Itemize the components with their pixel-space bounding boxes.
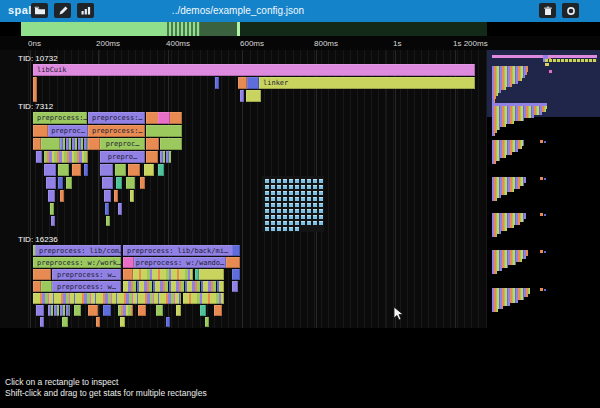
flame-bar[interactable] [48, 305, 70, 316]
flame-bar[interactable] [118, 203, 122, 215]
trash-button[interactable] [539, 3, 556, 18]
flame-bar[interactable] [144, 164, 154, 176]
minimap-cluster-row[interactable] [492, 133, 495, 136]
flame-bar[interactable] [72, 164, 81, 176]
flame-bar[interactable] [205, 317, 209, 327]
edit-button[interactable] [54, 3, 71, 18]
flame-bar[interactable] [140, 177, 145, 189]
flame-bar[interactable] [160, 151, 172, 163]
flame-bar[interactable]: preprocess: w:/wando… [134, 257, 226, 268]
flame-bar[interactable] [50, 203, 54, 215]
flame-bar[interactable] [146, 138, 159, 150]
flame-bar[interactable] [118, 305, 133, 316]
flame-bar[interactable] [58, 177, 63, 189]
flame-bar[interactable] [232, 269, 240, 280]
flame-bar[interactable] [44, 164, 56, 176]
flame-bar[interactable] [33, 269, 51, 280]
flame-bar[interactable] [33, 281, 41, 292]
flame-bar[interactable] [44, 151, 88, 163]
minimap-cluster-row[interactable] [492, 309, 498, 312]
flame-bar[interactable] [115, 164, 126, 176]
flame-bar[interactable] [240, 90, 244, 102]
flame-bar[interactable] [123, 257, 134, 268]
flame-bar[interactable] [62, 317, 68, 327]
flame-bar[interactable] [102, 177, 113, 189]
flame-bar[interactable]: preprocess: lib/back/mi… [123, 245, 237, 256]
flame-bar[interactable]: preprocess:… [88, 112, 145, 124]
flame-bar[interactable] [176, 305, 181, 316]
flame-bar[interactable]: preprocess: w:/work… [33, 257, 121, 268]
flame-bar[interactable] [183, 293, 224, 304]
flame-bar[interactable]: preprocess:… [33, 112, 87, 124]
flame-bar[interactable] [106, 216, 110, 226]
flame-bar[interactable] [33, 138, 41, 150]
flame-bar[interactable] [40, 317, 44, 327]
flame-bar[interactable] [48, 190, 55, 202]
flame-bar[interactable] [123, 281, 224, 292]
flame-bar[interactable] [66, 177, 72, 189]
flame-bar[interactable]: prepro… [100, 151, 145, 163]
thread-header[interactable]: TID: 10732 [18, 54, 58, 63]
flame-bar[interactable] [60, 190, 64, 202]
flame-bar[interactable] [36, 151, 42, 163]
flame-bar[interactable] [156, 305, 163, 316]
flame-bar[interactable] [105, 203, 109, 215]
flame-bar[interactable]: linker [259, 77, 475, 89]
flame-bar[interactable] [33, 293, 181, 304]
flame-bar[interactable] [46, 177, 56, 189]
flame-bar[interactable]: libCuik [33, 64, 475, 76]
flame-bar[interactable] [133, 269, 193, 280]
flame-bar[interactable] [146, 125, 182, 137]
flame-bar[interactable] [36, 305, 44, 316]
minimap-cluster-row[interactable] [492, 271, 497, 274]
flame-bar[interactable]: preprocess: w… [52, 281, 121, 292]
chart-button[interactable] [77, 3, 94, 18]
flame-bar[interactable]: preproc… [48, 125, 88, 137]
flame-bar[interactable] [114, 190, 118, 202]
flame-bar[interactable] [88, 305, 98, 316]
flame-bar[interactable] [166, 317, 170, 327]
flame-bar[interactable] [41, 138, 60, 150]
flame-bar[interactable] [33, 77, 37, 102]
flame-bar[interactable]: preproc… [100, 138, 145, 150]
minimap-cluster-row[interactable] [492, 234, 497, 237]
flame-bar[interactable] [226, 257, 240, 268]
flame-bar[interactable] [103, 305, 111, 316]
flame-bar[interactable] [138, 305, 146, 316]
flame-bar[interactable] [158, 112, 170, 124]
activity-minimap[interactable] [0, 22, 600, 36]
thread-header[interactable]: TID: 7312 [18, 102, 53, 111]
flame-bar[interactable] [247, 77, 259, 89]
flame-bar[interactable] [199, 269, 224, 280]
flame-bar[interactable] [120, 317, 125, 327]
flame-bar[interactable] [160, 138, 182, 150]
flame-bar[interactable]: preprocess:… [88, 125, 145, 137]
flame-bar[interactable] [116, 177, 122, 189]
flame-bar[interactable] [130, 190, 134, 202]
flame-bar[interactable] [128, 164, 140, 176]
flame-bar[interactable] [232, 245, 240, 256]
flame-bar[interactable] [200, 305, 206, 316]
flame-bar[interactable] [238, 77, 247, 89]
flame-bar[interactable]: preprocess: lib/com… [35, 245, 121, 256]
flame-bar[interactable] [232, 281, 238, 292]
flame-bar[interactable] [33, 125, 48, 137]
flame-bar[interactable] [84, 164, 88, 176]
thread-header[interactable]: TID: 16236 [18, 235, 58, 244]
flame-bar[interactable]: preprocess: w… [52, 269, 121, 280]
minimap-cluster-row[interactable] [492, 198, 497, 201]
minimap-cluster-row[interactable] [492, 161, 496, 164]
flame-bar[interactable] [60, 138, 88, 150]
flame-bar[interactable] [246, 90, 261, 102]
flame-bar[interactable] [123, 269, 133, 280]
flame-bar[interactable] [96, 317, 100, 327]
flame-bar[interactable] [158, 164, 164, 176]
flame-bar[interactable] [215, 77, 219, 89]
flame-bar[interactable] [126, 177, 135, 189]
open-file-button[interactable] [31, 3, 48, 18]
settings-button[interactable] [562, 3, 579, 18]
flame-bar[interactable] [51, 216, 55, 226]
flame-bar[interactable] [41, 281, 52, 292]
flame-bar[interactable] [104, 190, 111, 202]
flame-bar[interactable] [146, 151, 158, 163]
